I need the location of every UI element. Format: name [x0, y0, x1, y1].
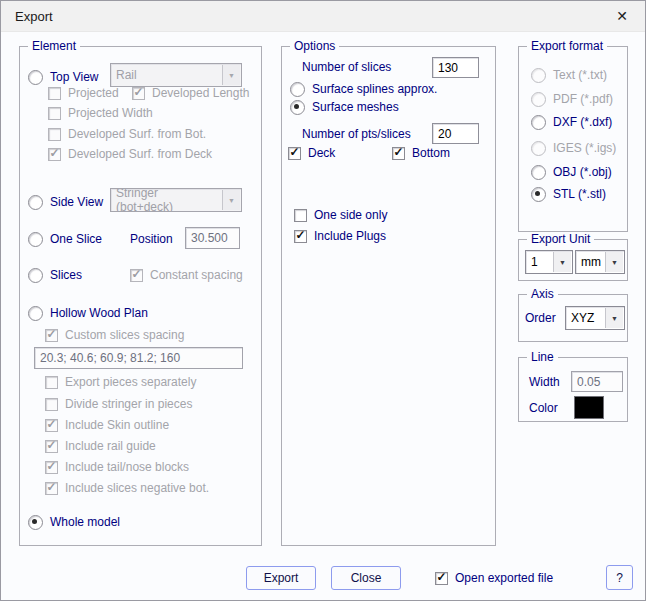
element-group: Element Top View Rail ▼ Projected ✓ Deve…	[19, 46, 262, 546]
export-format-group: Export format Text (*.txt) PDF (*.pdf) D…	[518, 46, 628, 232]
developed-length-checkbox: ✓	[132, 87, 145, 100]
surface-meshes-radio[interactable]	[290, 100, 305, 115]
close-icon: ✕	[616, 8, 628, 24]
surface-splines-radio[interactable]	[290, 82, 305, 97]
num-pts-label: Number of pts/slices	[302, 127, 411, 141]
help-button-label: ?	[616, 571, 623, 585]
checkmark-icon: ✓	[46, 439, 56, 451]
deck-label: Deck	[308, 146, 335, 160]
checkmark-icon: ✓	[46, 328, 56, 340]
checkmark-icon: ✓	[46, 481, 56, 493]
unit-scale-value: 1	[526, 251, 552, 273]
surface-splines-label: Surface splines approx.	[312, 82, 437, 96]
one-side-checkbox[interactable]	[294, 209, 307, 222]
format-obj-radio[interactable]	[531, 165, 546, 180]
include-slices-neg-label: Include slices negative bot.	[65, 481, 209, 495]
export-pieces-label: Export pieces separately	[65, 375, 196, 389]
custom-spacing-label: Custom slices spacing	[65, 328, 184, 342]
export-button[interactable]: Export	[246, 566, 316, 590]
slices-radio[interactable]	[28, 268, 43, 283]
options-group-title: Options	[290, 39, 339, 53]
top-view-dropdown-value: Rail	[111, 64, 221, 86]
whole-model-label: Whole model	[50, 515, 120, 529]
axis-group: Axis Order XYZ ▼	[518, 294, 628, 342]
bottom-label: Bottom	[412, 146, 450, 160]
whole-model-radio[interactable]	[28, 515, 43, 530]
include-slices-neg-row: ✓ Include slices negative bot.	[45, 480, 209, 496]
line-group-title: Line	[527, 350, 558, 364]
hollow-wood-plan-radio[interactable]	[28, 306, 43, 321]
whole-model-row: Whole model	[28, 514, 120, 530]
side-view-label: Side View	[50, 195, 103, 209]
unit-dropdown[interactable]: mm ▼	[575, 250, 625, 274]
checkmark-icon: ✓	[289, 146, 299, 158]
bottom-checkbox[interactable]: ✓	[392, 147, 405, 160]
custom-spacing-row: ✓ Custom slices spacing	[45, 327, 184, 343]
slices-label: Slices	[50, 268, 82, 282]
include-skin-checkbox: ✓	[45, 419, 58, 432]
side-view-radio[interactable]	[28, 195, 43, 210]
format-stl-label: STL (*.stl)	[553, 187, 606, 201]
one-slice-label: One Slice	[50, 232, 102, 246]
include-plugs-row: ✓ Include Plugs	[294, 228, 386, 244]
options-group: Options Number of slices Surface splines…	[281, 46, 496, 546]
developed-surf-bot-label: Developed Surf. from Bot.	[68, 127, 206, 141]
chevron-down-icon: ▼	[605, 308, 623, 328]
top-view-radio[interactable]	[28, 70, 43, 85]
format-iges-label: IGES (*.igs)	[553, 141, 616, 155]
format-obj-row: OBJ (*.obj)	[531, 164, 612, 180]
export-pieces-row: Export pieces separately	[45, 374, 196, 390]
include-rail-row: ✓ Include rail guide	[45, 438, 156, 454]
unit-scale-dropdown[interactable]: 1 ▼	[525, 250, 573, 274]
format-pdf-radio	[531, 92, 546, 107]
hollow-wood-plan-row: Hollow Wood Plan	[28, 305, 148, 321]
deck-row: ✓ Deck	[288, 145, 335, 161]
export-unit-group-title: Export Unit	[527, 232, 594, 246]
close-button[interactable]: ✕	[599, 1, 645, 31]
include-plugs-checkbox[interactable]: ✓	[294, 230, 307, 243]
top-view-label: Top View	[50, 70, 98, 84]
include-tail-row: ✓ Include tail/nose blocks	[45, 459, 189, 475]
axis-order-label: Order	[525, 311, 556, 325]
include-rail-label: Include rail guide	[65, 439, 156, 453]
axis-order-dropdown[interactable]: XYZ ▼	[565, 306, 625, 330]
num-pts-input[interactable]	[432, 123, 479, 144]
line-width-input	[571, 371, 623, 392]
format-stl-radio[interactable]	[531, 187, 546, 202]
num-slices-label-row: Number of slices	[302, 59, 391, 75]
unit-value: mm	[576, 251, 604, 273]
deck-checkbox[interactable]: ✓	[288, 147, 301, 160]
position-label: Position	[130, 232, 173, 246]
one-slice-radio[interactable]	[28, 232, 43, 247]
export-format-group-title: Export format	[527, 39, 607, 53]
help-button[interactable]: ?	[606, 565, 633, 590]
open-exported-checkbox[interactable]: ✓	[435, 572, 448, 585]
format-dxf-radio[interactable]	[531, 115, 546, 130]
developed-surf-bot-checkbox	[48, 128, 61, 141]
one-slice-row: One Slice	[28, 231, 102, 247]
close-dialog-button[interactable]: Close	[331, 566, 401, 590]
num-slices-input[interactable]	[432, 57, 479, 78]
line-color-swatch[interactable]	[574, 396, 604, 419]
hollow-wood-plan-label: Hollow Wood Plan	[50, 306, 148, 320]
developed-length-row: ✓ Developed Length	[132, 85, 249, 101]
divide-stringer-label: Divide stringer in pieces	[65, 397, 192, 411]
open-exported-row: ✓ Open exported file	[435, 570, 553, 586]
surface-splines-row: Surface splines approx.	[290, 81, 437, 97]
surface-meshes-row: Surface meshes	[290, 99, 399, 115]
include-slices-neg-checkbox: ✓	[45, 482, 58, 495]
format-pdf-row: PDF (*.pdf)	[531, 91, 613, 107]
chevron-down-icon: ▼	[553, 252, 571, 272]
element-group-title: Element	[28, 39, 80, 53]
developed-surf-deck-label: Developed Surf. from Deck	[68, 147, 212, 161]
projected-width-label: Projected Width	[68, 106, 153, 120]
num-pts-label-row: Number of pts/slices	[302, 126, 411, 142]
side-view-dropdown: Stringer (bot+deck) ▼	[110, 188, 242, 212]
num-slices-label: Number of slices	[302, 60, 391, 74]
top-view-row: Top View	[28, 69, 98, 85]
title-bar: Export ✕	[1, 1, 645, 32]
custom-spacing-checkbox: ✓	[45, 329, 58, 342]
checkmark-icon: ✓	[46, 418, 56, 430]
include-tail-checkbox: ✓	[45, 461, 58, 474]
chevron-down-icon: ▼	[605, 252, 623, 272]
